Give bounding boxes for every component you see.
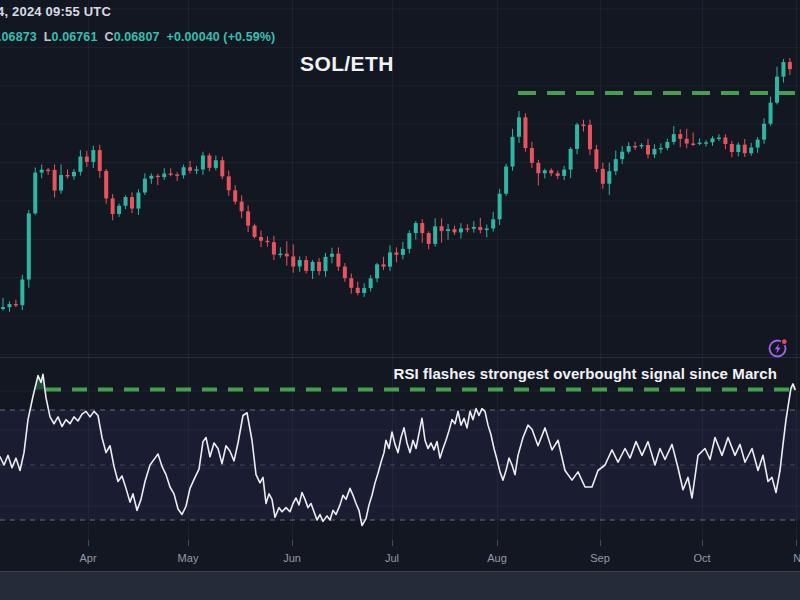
candle-body (117, 206, 121, 214)
candle-body (504, 166, 508, 193)
x-axis-label: May (178, 552, 199, 564)
candle-body (311, 262, 315, 271)
candle-body (1, 307, 5, 309)
candle-body (414, 223, 418, 233)
candle-body (640, 145, 644, 146)
candle-body (91, 150, 95, 162)
low-value: 0.06761 (52, 30, 98, 44)
x-axis-label: Jun (283, 552, 301, 564)
candle-body (672, 134, 676, 142)
candle-body (130, 197, 134, 208)
candle-body (104, 171, 108, 198)
candle-body (265, 241, 269, 242)
candle-body (169, 174, 173, 175)
candle-body (240, 202, 244, 212)
candle-body (478, 227, 482, 230)
candle-body (343, 267, 347, 279)
candle-body (207, 155, 211, 167)
candle-body (195, 169, 199, 170)
x-axis-label: Sep (590, 552, 610, 564)
candle-body (498, 194, 502, 220)
symbol-title: SOL/ETH (300, 52, 394, 76)
candle-body (188, 167, 192, 171)
candle-body (569, 149, 573, 170)
x-axis-label: Apr (79, 552, 96, 564)
candle-body (182, 167, 186, 175)
candle-body (536, 163, 540, 173)
candle-body (788, 62, 792, 69)
candle-body (523, 117, 527, 148)
candle-body (485, 228, 489, 230)
candle-body (149, 176, 153, 179)
candle-body (594, 149, 598, 169)
candle-body (214, 160, 218, 168)
candle-body (769, 103, 773, 124)
candle-body (601, 169, 605, 184)
candle-body (46, 170, 50, 171)
lightning-bolt-icon (775, 344, 781, 354)
candle-body (375, 264, 379, 278)
candle-body (246, 211, 250, 225)
candle-body (72, 172, 76, 176)
chart-window: 4, 2024 09:55 UTC .06873L0.06761C0.06807… (0, 0, 800, 600)
candle-body (111, 198, 115, 214)
candle-body (691, 144, 695, 145)
candle-body (66, 175, 70, 176)
candle-body (453, 229, 457, 232)
candle-body (98, 150, 102, 171)
candle-body (665, 142, 669, 148)
candle-body (446, 229, 450, 231)
candle-body (369, 278, 373, 288)
candle-body (652, 149, 656, 155)
candle-body (330, 254, 334, 257)
candle-body (685, 139, 689, 144)
candle-body (227, 176, 231, 190)
x-axis-label: Oct (693, 552, 710, 564)
candle-body (382, 264, 386, 266)
candle-body (678, 134, 682, 139)
close-label: C (104, 30, 113, 44)
candle-body (78, 157, 82, 172)
candle-body (233, 190, 237, 201)
candle-body (336, 254, 340, 267)
candle-body (401, 249, 405, 255)
notification-dot (781, 339, 787, 345)
candle-body (530, 148, 534, 163)
high-value: .06873 (0, 30, 37, 44)
candle-body (85, 157, 89, 162)
candle-body (762, 124, 766, 140)
candle-body (549, 170, 553, 173)
candle-body (633, 146, 637, 147)
candle-body (349, 278, 353, 288)
candle-body (427, 233, 431, 244)
candle-body (781, 62, 785, 77)
candle-body (543, 170, 547, 173)
candle-body (317, 262, 321, 271)
candle-body (717, 138, 721, 139)
candle-body (775, 77, 779, 103)
candle-body (743, 145, 747, 154)
candle-body (588, 125, 592, 150)
candle-body (124, 197, 128, 206)
candle-body (556, 173, 560, 176)
candle-body (298, 260, 302, 266)
candle-body (607, 171, 611, 183)
candle-body (698, 143, 702, 144)
candle-body (272, 242, 276, 254)
candle-body (620, 152, 624, 159)
candle-body (517, 117, 521, 136)
candle-body (646, 145, 650, 154)
candle-body (394, 252, 398, 254)
candlestick-chart[interactable] (0, 0, 800, 600)
candle-body (156, 176, 160, 177)
candle-body (433, 226, 437, 244)
candle-body (627, 146, 631, 152)
flash-icon[interactable] (767, 337, 789, 359)
candle-body (465, 228, 469, 229)
candle-body (53, 170, 57, 191)
candle-body (659, 148, 663, 149)
candle-body (143, 179, 147, 193)
candle-body (162, 174, 166, 178)
candle-body (201, 155, 205, 169)
candle-body (20, 279, 24, 305)
